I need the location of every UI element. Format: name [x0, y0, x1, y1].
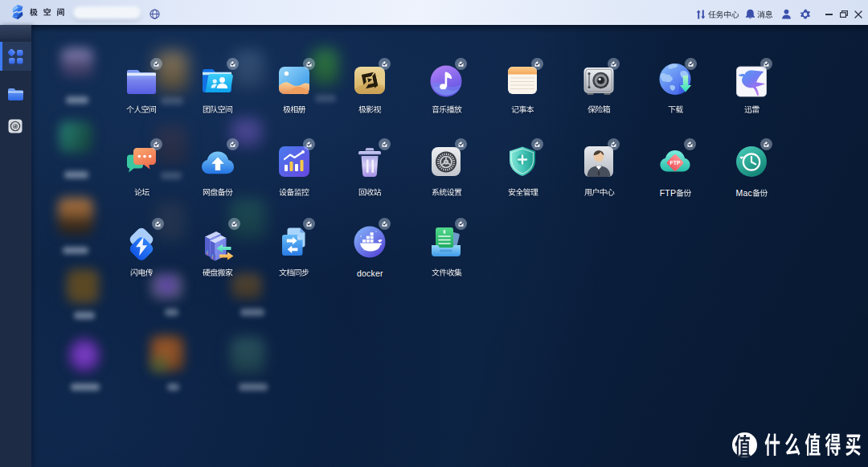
svg-text:FTP: FTP	[670, 160, 682, 166]
